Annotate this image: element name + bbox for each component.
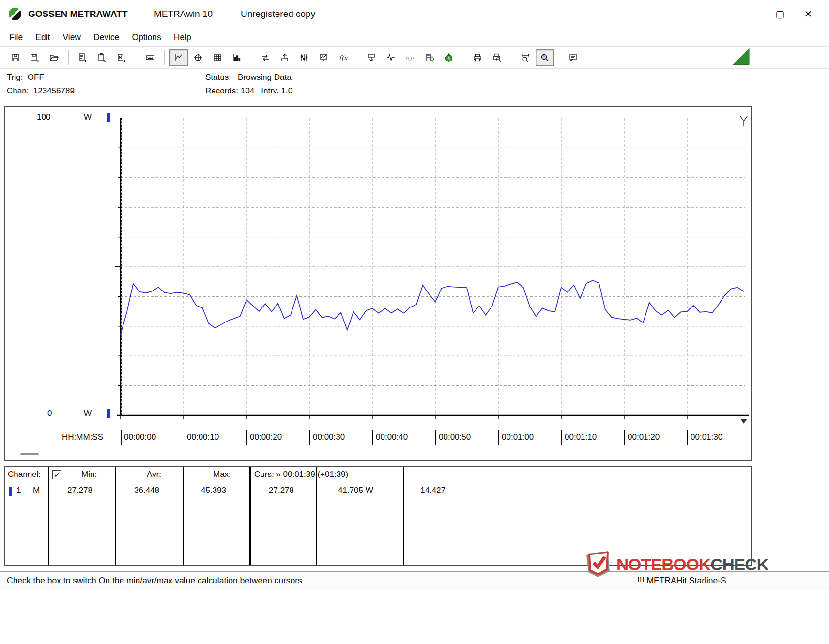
channel-color-marker-top bbox=[107, 113, 110, 122]
annotation-icon bbox=[568, 53, 578, 62]
device-upload-button[interactable] bbox=[276, 49, 294, 66]
monitor-icon bbox=[319, 53, 328, 62]
toolbar-separator bbox=[68, 50, 69, 65]
print-preview-button[interactable] bbox=[488, 49, 506, 66]
max-value: 45.393 bbox=[201, 486, 226, 495]
cursor-b-value: 41.705 W bbox=[338, 486, 373, 495]
trig-label: Trig: bbox=[7, 73, 23, 82]
status-label: Status: bbox=[205, 73, 231, 82]
interval-label: Intrv. bbox=[261, 86, 279, 95]
min-column-header: Min: bbox=[81, 470, 97, 479]
channel-color-bar bbox=[9, 487, 12, 496]
view-bar-chart-button[interactable] bbox=[228, 49, 246, 66]
x-tick-label: 00:01:00 bbox=[498, 430, 534, 445]
cursor-column-header: Curs: » 00:01:39 (+01:39) bbox=[254, 470, 348, 479]
line-chart-icon bbox=[174, 53, 184, 62]
toolbar-separator bbox=[357, 50, 357, 65]
menu-device[interactable]: Device bbox=[87, 29, 126, 46]
device-upload-icon bbox=[280, 53, 290, 62]
toolbar-separator bbox=[559, 50, 559, 65]
menu-options[interactable]: Options bbox=[126, 29, 168, 46]
transfer-settings-button[interactable] bbox=[256, 49, 275, 66]
x-tick-label: 00:00:30 bbox=[309, 430, 345, 445]
save-button[interactable] bbox=[6, 49, 25, 66]
window-brand: GOSSEN METRAWATT bbox=[28, 0, 127, 28]
x-tick-label: 00:00:50 bbox=[435, 430, 471, 445]
statusbar-message: Check the box to switch On the min/avr/m… bbox=[7, 572, 302, 590]
export-clipboard-button[interactable] bbox=[93, 49, 111, 66]
export-memory-button[interactable] bbox=[112, 49, 131, 66]
export-clipboard-icon bbox=[97, 53, 107, 62]
window-controls: — ▢ ✕ bbox=[738, 0, 822, 28]
annotation-button[interactable] bbox=[564, 49, 583, 66]
device-read-button[interactable] bbox=[362, 49, 381, 66]
signal-icon bbox=[386, 53, 396, 62]
device-sliders-button[interactable] bbox=[295, 49, 313, 66]
header-divider bbox=[5, 482, 751, 482]
cursor-delta-value: 14.427 bbox=[420, 486, 445, 495]
notebookcheck-text-gray: CHECK bbox=[710, 555, 768, 574]
x-tick-label: 00:00:00 bbox=[121, 430, 156, 445]
zoom-time-axis-button[interactable] bbox=[516, 49, 535, 66]
statusbar-divider bbox=[539, 573, 539, 588]
export-text-icon bbox=[78, 53, 88, 62]
channel-column-header: Channel: bbox=[8, 470, 41, 479]
open-file-button[interactable] bbox=[45, 49, 63, 66]
toolbar-separator bbox=[251, 50, 251, 65]
device-status: Status: Browsing Data bbox=[205, 73, 292, 82]
x-tick-label: 00:01:10 bbox=[561, 430, 597, 445]
signal-live-button[interactable] bbox=[382, 49, 400, 66]
bar-chart-icon bbox=[232, 53, 242, 62]
stopwatch-button[interactable] bbox=[440, 49, 458, 66]
horizontal-scrollbar-thumb[interactable] bbox=[20, 453, 39, 455]
channel-mode: M bbox=[33, 486, 40, 495]
toolbar-separator bbox=[463, 50, 463, 65]
formula-icon: f(x) bbox=[338, 53, 348, 62]
zoom-mode-button[interactable] bbox=[536, 49, 554, 66]
interval-value: 1.0 bbox=[281, 86, 293, 95]
device-read-icon bbox=[367, 53, 376, 62]
avr-value: 36.448 bbox=[134, 486, 159, 495]
menu-view[interactable]: View bbox=[56, 29, 87, 46]
channel-color-marker-bottom bbox=[107, 409, 110, 418]
x-tick-label: 00:01:20 bbox=[624, 430, 660, 445]
menu-edit[interactable]: Edit bbox=[29, 29, 56, 46]
device-sync-button[interactable] bbox=[420, 49, 439, 66]
view-table-button[interactable] bbox=[208, 49, 227, 66]
chan-value: 123456789 bbox=[33, 86, 75, 95]
export-text-button[interactable] bbox=[74, 49, 92, 66]
transfer-icon bbox=[261, 53, 270, 62]
maximize-button[interactable]: ▢ bbox=[766, 0, 794, 28]
device-sync-icon bbox=[425, 53, 434, 62]
notebookcheck-shield-icon bbox=[583, 550, 614, 579]
view-scope-button[interactable] bbox=[189, 49, 207, 66]
records-label: Records: bbox=[205, 86, 238, 95]
title-bar: GOSSEN METRAWATT METRAwin 10 Unregistere… bbox=[0, 0, 829, 28]
device-monitor-button[interactable] bbox=[314, 49, 333, 66]
print-button[interactable] bbox=[468, 49, 487, 66]
chan-label: Chan: bbox=[7, 86, 29, 95]
x-tick-label: 00:00:20 bbox=[246, 430, 282, 445]
minimize-button[interactable]: — bbox=[738, 0, 766, 28]
min-avr-max-checkbox[interactable]: ✓ bbox=[52, 470, 61, 479]
save-icon bbox=[11, 53, 20, 62]
print-icon bbox=[473, 53, 482, 62]
menu-help[interactable]: Help bbox=[168, 29, 198, 46]
open-folder-icon bbox=[49, 53, 59, 62]
records-status: Records: 104 Intrv. 1.0 bbox=[205, 86, 292, 96]
menu-bar: File Edit View Device Options Help bbox=[0, 28, 829, 46]
cursor-a-value: 27.278 bbox=[269, 486, 294, 495]
notebookcheck-wordmark: NOTEBOOKCHECK bbox=[616, 555, 768, 574]
sliders-icon bbox=[299, 53, 309, 62]
keyboard-display-button[interactable] bbox=[141, 49, 159, 66]
records-value: 104 bbox=[241, 86, 254, 95]
menu-file[interactable]: File bbox=[3, 29, 29, 46]
plot-area[interactable] bbox=[121, 118, 745, 415]
view-line-chart-button[interactable] bbox=[169, 49, 188, 66]
formula-button[interactable]: f(x) bbox=[334, 49, 352, 66]
save-setup-button[interactable] bbox=[26, 49, 44, 66]
min-value: 27.278 bbox=[67, 486, 92, 495]
signal-offline-button[interactable] bbox=[401, 49, 419, 66]
close-button[interactable]: ✕ bbox=[794, 0, 822, 28]
status-value: Browsing Data bbox=[238, 73, 292, 82]
